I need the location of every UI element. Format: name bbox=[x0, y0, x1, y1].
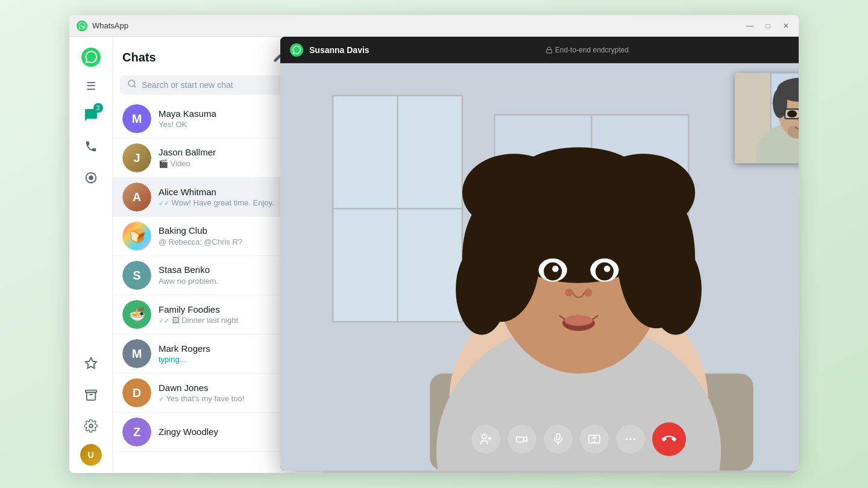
chat-name-jason: Jason Ballmer bbox=[159, 147, 216, 157]
chat-name-mark: Mark Rogers bbox=[159, 343, 210, 354]
svg-point-70 bbox=[629, 438, 632, 440]
svg-rect-13 bbox=[546, 49, 552, 53]
svg-rect-65 bbox=[517, 437, 524, 442]
svg-point-40 bbox=[604, 266, 611, 272]
svg-rect-66 bbox=[556, 434, 560, 440]
avatar-maya: M bbox=[122, 104, 151, 133]
nav-chats-button[interactable]: 3 bbox=[78, 102, 104, 128]
chat-name-zingy: Zingy Woodley bbox=[159, 427, 218, 437]
chat-preview-stasa: Aww no problem. bbox=[159, 277, 300, 286]
close-button[interactable]: ✕ bbox=[781, 20, 791, 31]
whatsapp-logo bbox=[77, 20, 87, 31]
avatar-mark: M bbox=[122, 339, 151, 368]
chat-name-family: Family Foodies bbox=[159, 304, 220, 314]
search-icon bbox=[127, 79, 137, 91]
avatar-family: 🍜 bbox=[122, 300, 151, 329]
maximize-button[interactable]: □ bbox=[763, 20, 773, 31]
svg-point-0 bbox=[77, 20, 87, 31]
nav-bar: ☰ 3 bbox=[69, 37, 113, 473]
svg-point-37 bbox=[544, 262, 562, 280]
svg-point-34 bbox=[650, 244, 702, 334]
app-title: WhatsApp bbox=[92, 21, 128, 30]
svg-point-64 bbox=[482, 434, 486, 439]
chats-title: Chats bbox=[122, 51, 156, 64]
app-window: WhatsApp — □ ✕ ☰ 3 bbox=[69, 15, 799, 473]
video-toggle-button[interactable] bbox=[508, 425, 536, 454]
video-title-bar: Susanna Davis End-to-end endcrypted — □ … bbox=[280, 37, 799, 63]
title-bar-left: WhatsApp bbox=[77, 20, 128, 31]
title-bar-controls: — □ ✕ bbox=[744, 20, 791, 31]
call-controls bbox=[471, 422, 686, 456]
video-whatsapp-logo bbox=[290, 43, 303, 57]
chats-badge: 3 bbox=[93, 103, 103, 113]
chat-name-alice: Alice Whitman bbox=[159, 187, 216, 197]
nav-settings-button[interactable] bbox=[78, 413, 104, 439]
avatar-stasa: S bbox=[122, 261, 151, 290]
avatar-baking: 🍞 bbox=[122, 222, 151, 251]
avatar-dawn: D bbox=[122, 378, 151, 407]
chat-preview-baking: @ Rebecca: @Chris R? bbox=[159, 237, 300, 246]
svg-point-12 bbox=[290, 43, 303, 57]
nav-starred-button[interactable] bbox=[78, 350, 104, 377]
chat-preview-jason: 🎬 Video bbox=[159, 159, 300, 168]
video-title-left: Susanna Davis bbox=[290, 43, 370, 57]
svg-point-5 bbox=[128, 80, 135, 87]
nav-bottom: U bbox=[78, 350, 104, 466]
mic-toggle-button[interactable] bbox=[544, 425, 573, 454]
svg-rect-63 bbox=[788, 126, 799, 138]
nav-status-button[interactable] bbox=[78, 164, 104, 191]
minimize-button[interactable]: — bbox=[744, 20, 755, 31]
svg-point-42 bbox=[585, 289, 593, 296]
app-body: ☰ 3 bbox=[69, 37, 799, 473]
end-call-button[interactable] bbox=[652, 422, 686, 456]
pip-video bbox=[735, 73, 799, 163]
screen-share-button[interactable] bbox=[580, 425, 609, 454]
svg-point-38 bbox=[596, 262, 614, 280]
svg-point-39 bbox=[552, 266, 559, 272]
lock-icon bbox=[546, 46, 553, 54]
title-bar: WhatsApp — □ ✕ bbox=[69, 15, 799, 37]
avatar-zingy: Z bbox=[122, 418, 151, 446]
nav-archive-button[interactable] bbox=[78, 381, 104, 408]
video-call-window: Susanna Davis End-to-end endcrypted — □ … bbox=[280, 37, 799, 471]
pip-video-feed bbox=[735, 73, 799, 163]
svg-point-41 bbox=[565, 289, 573, 296]
add-participant-button[interactable] bbox=[471, 425, 500, 454]
video-background bbox=[280, 63, 799, 471]
svg-point-61 bbox=[787, 110, 797, 117]
main-video-feed bbox=[280, 63, 799, 471]
avatar-alice: A bbox=[122, 183, 151, 211]
chat-name-dawn: Dawn Jones bbox=[159, 383, 209, 393]
video-caller-name: Susanna Davis bbox=[309, 45, 370, 55]
video-main-area bbox=[280, 63, 799, 471]
svg-point-33 bbox=[456, 244, 508, 334]
svg-point-71 bbox=[634, 438, 636, 440]
user-avatar[interactable]: U bbox=[80, 444, 102, 466]
encryption-text: End-to-end endcrypted bbox=[555, 46, 629, 54]
chat-name-maya: Maya Kasuma bbox=[159, 108, 216, 119]
svg-point-3 bbox=[89, 175, 93, 180]
pip-person bbox=[735, 73, 799, 163]
svg-point-1 bbox=[81, 48, 101, 67]
svg-point-44 bbox=[564, 315, 593, 325]
svg-point-69 bbox=[626, 438, 628, 440]
chat-name-baking: Baking Club bbox=[159, 225, 207, 236]
chat-name-stasa: Stasa Benko bbox=[159, 264, 210, 275]
avatar-jason: J bbox=[122, 143, 151, 172]
nav-whatsapp-logo bbox=[78, 44, 104, 70]
svg-point-32 bbox=[514, 147, 644, 211]
more-options-button[interactable] bbox=[616, 425, 645, 454]
main-chat-area: A Alice Whitman Online ⋮ bbox=[324, 37, 799, 473]
nav-calls-button[interactable] bbox=[78, 133, 104, 160]
nav-menu-button[interactable]: ☰ bbox=[80, 75, 102, 97]
video-encryption-info: End-to-end endcrypted bbox=[546, 46, 629, 54]
